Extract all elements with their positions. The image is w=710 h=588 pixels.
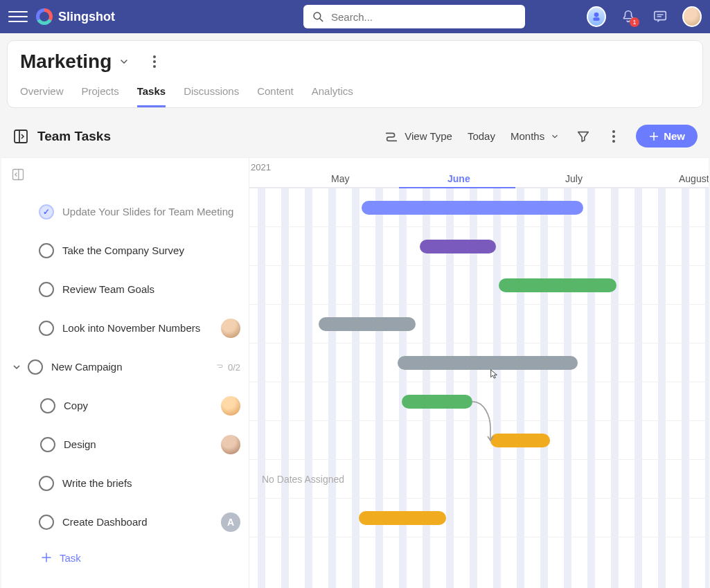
svg-point-2 xyxy=(594,12,599,17)
tab-content[interactable]: Content xyxy=(257,85,294,107)
task-label[interactable]: Create Dashboard xyxy=(62,515,213,529)
task-label[interactable]: Look into November Numbers xyxy=(62,321,213,335)
task-label[interactable]: Copy xyxy=(64,399,213,413)
task-label[interactable]: Take the Company Survey xyxy=(62,244,240,258)
subtask-count: 0/2 xyxy=(215,362,240,373)
view-type-icon xyxy=(384,129,399,144)
assignee-avatar[interactable] xyxy=(221,396,240,416)
menu-icon[interactable] xyxy=(8,7,28,26)
task-label[interactable]: Design xyxy=(64,438,213,452)
task-checkbox[interactable] xyxy=(39,476,54,491)
collapse-sidebar-button[interactable] xyxy=(11,168,25,181)
gantt-bar[interactable] xyxy=(490,434,550,447)
expand-toggle[interactable] xyxy=(8,359,25,375)
tab-overview[interactable]: Overview xyxy=(20,85,64,107)
task-row: New Campaign0/2 xyxy=(10,348,245,386)
search-box[interactable] xyxy=(303,5,525,28)
workspace-header: Marketing OverviewProjectsTasksDiscussio… xyxy=(7,40,703,108)
assistant-avatar[interactable] xyxy=(587,7,606,26)
app-logo[interactable]: Slingshot xyxy=(36,8,115,25)
svg-line-1 xyxy=(320,19,323,21)
new-button[interactable]: New xyxy=(636,125,698,148)
search-icon xyxy=(312,10,324,23)
task-row: Design xyxy=(10,425,245,464)
toolbar-menu-button[interactable] xyxy=(607,130,621,143)
assignee-avatar[interactable]: A xyxy=(221,513,240,532)
assignee-avatar[interactable] xyxy=(221,319,240,338)
svg-point-0 xyxy=(314,12,321,19)
section-title: Team Tasks xyxy=(37,129,111,144)
no-date-label: No Dates Assigned xyxy=(262,474,344,485)
gantt-row xyxy=(249,305,709,344)
tab-discussions[interactable]: Discussions xyxy=(184,85,239,107)
add-task-button[interactable]: Task xyxy=(10,542,245,573)
chevron-down-icon[interactable] xyxy=(118,56,130,67)
profile-avatar[interactable] xyxy=(682,7,702,26)
collapse-icon xyxy=(11,168,25,181)
gantt-row xyxy=(249,344,709,382)
top-nav: Slingshot 1 xyxy=(0,0,710,33)
filter-button[interactable] xyxy=(575,128,592,145)
gantt-bar[interactable] xyxy=(499,278,616,292)
workspace-tabs: OverviewProjectsTasksDiscussionsContentA… xyxy=(20,85,690,107)
app-name: Slingshot xyxy=(58,10,115,24)
month-label[interactable]: July xyxy=(565,173,583,184)
task-checkbox[interactable] xyxy=(40,437,55,452)
gantt-row xyxy=(249,382,709,421)
timeline-header: MayJuneJulyAugust xyxy=(249,158,709,188)
task-checkbox[interactable] xyxy=(28,359,43,375)
task-label[interactable]: New Campaign xyxy=(51,360,207,374)
filter-icon xyxy=(576,129,591,144)
today-button[interactable]: Today xyxy=(468,130,495,142)
month-label[interactable]: May xyxy=(331,173,349,184)
chat-icon xyxy=(653,9,668,24)
gantt-bar[interactable] xyxy=(420,240,496,253)
view-type-button[interactable]: View Type xyxy=(384,129,452,144)
task-row: Copy xyxy=(10,386,245,425)
chevron-down-icon xyxy=(550,132,560,141)
task-checkbox[interactable] xyxy=(40,398,55,413)
task-label[interactable]: Write the briefs xyxy=(62,476,240,490)
gantt-row xyxy=(249,499,709,537)
nav-icons: 1 xyxy=(587,7,702,26)
gantt-bar[interactable] xyxy=(402,395,472,409)
plus-icon xyxy=(40,551,53,564)
logo-mark-icon xyxy=(36,8,53,25)
tasks-toolbar: Team Tasks View Type Today Months New xyxy=(0,115,710,157)
plus-icon xyxy=(648,131,659,142)
notifications-button[interactable]: 1 xyxy=(619,7,638,26)
task-checkbox[interactable] xyxy=(39,243,54,258)
workspace-title[interactable]: Marketing xyxy=(20,51,112,73)
month-label[interactable]: June xyxy=(447,173,470,184)
bot-icon xyxy=(591,11,602,22)
tab-projects[interactable]: Projects xyxy=(82,85,119,107)
gantt-bar[interactable] xyxy=(319,317,416,331)
svg-rect-3 xyxy=(593,17,599,21)
tab-tasks[interactable]: Tasks xyxy=(137,85,166,107)
task-label[interactable]: Review Team Goals xyxy=(62,283,240,296)
task-checkbox[interactable] xyxy=(39,321,54,336)
month-label[interactable]: August xyxy=(679,173,709,184)
svg-rect-11 xyxy=(13,170,24,180)
gantt-bar[interactable] xyxy=(362,201,583,215)
main-area: Update Your Slides for Team MeetingTake … xyxy=(1,157,709,588)
workspace-menu-button[interactable] xyxy=(148,55,161,68)
timeline[interactable]: 2021 MayJuneJulyAugust No Dates Assigned xyxy=(249,158,709,588)
panel-icon[interactable] xyxy=(12,128,29,145)
task-label[interactable]: Update Your Slides for Team Meeting xyxy=(62,205,240,219)
task-checkbox[interactable] xyxy=(39,204,54,220)
task-checkbox[interactable] xyxy=(39,282,54,297)
chat-button[interactable] xyxy=(650,7,670,26)
timescale-button[interactable]: Months xyxy=(511,130,560,142)
search-input[interactable] xyxy=(331,11,517,23)
gantt-row xyxy=(249,266,709,305)
tab-analytics[interactable]: Analytics xyxy=(312,85,353,107)
gantt-rows: No Dates Assigned xyxy=(249,188,709,537)
task-row: Look into November Numbers xyxy=(10,309,245,348)
gantt-row xyxy=(249,421,709,460)
task-row: Take the Company Survey xyxy=(10,231,245,270)
gantt-bar[interactable] xyxy=(359,511,446,525)
gantt-bar[interactable] xyxy=(398,356,578,370)
assignee-avatar[interactable] xyxy=(221,435,240,454)
task-checkbox[interactable] xyxy=(39,515,54,530)
